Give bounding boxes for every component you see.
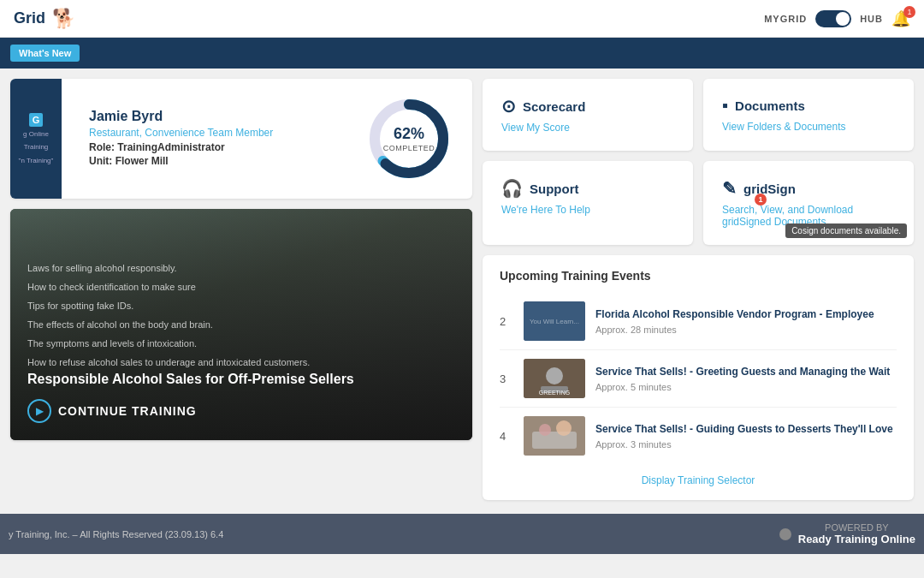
support-subtitle[interactable]: We're Here To Help xyxy=(501,204,674,216)
video-bullets: Laws for selling alcohol responsibly. Ho… xyxy=(27,259,455,372)
bell-badge: 1 xyxy=(903,6,915,18)
header-right: MYGRID HUB 🔔 1 xyxy=(764,9,910,28)
event-2-info: Service That Sells! - Greeting Guests an… xyxy=(595,365,897,392)
event-3-info: Service That Sells! - Guiding Guests to … xyxy=(595,422,897,450)
scorecard-subtitle[interactable]: View My Score xyxy=(501,122,674,134)
donut-label: COMPLETED xyxy=(383,143,435,152)
footer-dot-icon xyxy=(779,528,791,540)
training-events-card: Upcoming Training Events 2 You Will Lear… xyxy=(483,255,914,500)
mygrid-label: MYGRID xyxy=(764,14,807,24)
profile-unit: Unit: Flower Mill xyxy=(89,155,349,167)
gridsign-icon: ✎ xyxy=(722,179,737,198)
continue-label: CONTINUE TRAINING xyxy=(58,404,197,418)
video-overlay: Laws for selling alcohol responsibly. Ho… xyxy=(10,209,472,440)
event-1-number: 2 xyxy=(500,315,513,328)
event-2-thumb: GREETING xyxy=(524,359,585,398)
profile-card: G g Online Training "n Training" Jamie B… xyxy=(10,79,472,199)
event-1-name: Florida Alcohol Responsible Vendor Progr… xyxy=(595,307,897,322)
event-3-duration: Approx. 3 minutes xyxy=(595,439,897,450)
role-value: TrainingAdministrator xyxy=(117,141,224,153)
toggle-knob xyxy=(836,12,850,26)
footer-copyright: y Training, Inc. – All Rights Reserved (… xyxy=(9,529,223,539)
event-1-info: Florida Alcohol Responsible Vendor Progr… xyxy=(595,307,897,335)
bullet-1: Laws for selling alcohol responsibly. xyxy=(27,259,455,277)
footer-brand: Ready Training Online xyxy=(798,533,915,545)
cosign-badge: Cosign documents available. xyxy=(785,223,907,238)
training-event-1[interactable]: 2 You Will Learn... Florida Alcohol Resp… xyxy=(500,293,897,350)
event-1-duration: Approx. 28 minutes xyxy=(595,325,897,335)
video-card: Laws for selling alcohol responsibly. Ho… xyxy=(10,209,472,440)
documents-widget[interactable]: ▪ Documents View Folders & Documents xyxy=(703,79,914,151)
dog-icon: 🐕 xyxy=(52,8,75,30)
svg-point-6 xyxy=(546,367,563,384)
event-1-thumb: You Will Learn... xyxy=(524,301,585,341)
scorecard-icon: ⊙ xyxy=(501,96,516,116)
unit-value: Flower Mill xyxy=(116,155,169,167)
support-title-text: Support xyxy=(530,182,579,196)
footer: y Training, Inc. – All Rights Reserved (… xyxy=(0,514,924,554)
documents-subtitle[interactable]: View Folders & Documents xyxy=(722,121,895,133)
header: Grid 🐕 MYGRID HUB 🔔 1 xyxy=(0,0,924,38)
svg-text:GREETING: GREETING xyxy=(539,390,571,396)
event-3-thumb xyxy=(524,416,585,456)
logo: Grid xyxy=(14,9,45,27)
gridsign-title-text: gridSign xyxy=(743,182,796,196)
nav-bar: What's New xyxy=(0,38,924,69)
logo-sub-text: Training xyxy=(24,143,49,152)
event-2-duration: Approx. 5 minutes xyxy=(595,382,897,392)
documents-title: ▪ Documents xyxy=(722,96,895,116)
footer-inner: y Training, Inc. – All Rights Reserved (… xyxy=(9,522,915,545)
left-column: G g Online Training "n Training" Jamie B… xyxy=(10,79,472,500)
bullet-2: How to check identification to make sure xyxy=(27,277,455,296)
training-event-3[interactable]: 4 Service That Sells! - Guiding Guests t… xyxy=(500,408,897,464)
progress-donut: 62% COMPLETED xyxy=(366,96,452,182)
support-widget[interactable]: 🎧 Support We're Here To Help xyxy=(483,161,693,245)
support-title: 🎧 Support xyxy=(501,178,674,199)
gridsign-widget[interactable]: ✎ 1 gridSign Search, View, and Download … xyxy=(703,161,914,245)
right-column: ⊙ Scorecard View My Score ▪ Documents Vi… xyxy=(483,79,914,500)
training-label: "n Training" xyxy=(19,157,54,164)
footer-powered-text: POWERED BY Ready Training Online xyxy=(798,522,915,545)
profile-info: Jamie Byrd Restaurant, Convenience Team … xyxy=(89,109,349,169)
donut-percent: 62% xyxy=(383,125,435,144)
profile-role: Role: TrainingAdministrator xyxy=(89,141,349,153)
svg-point-12 xyxy=(556,420,572,436)
training-section-title: Upcoming Training Events xyxy=(500,269,897,283)
main-content: G g Online Training "n Training" Jamie B… xyxy=(0,69,924,510)
documents-title-text: Documents xyxy=(735,98,805,113)
svg-text:You Will Learn...: You Will Learn... xyxy=(530,318,579,325)
logo-g: G xyxy=(29,113,44,127)
footer-powered-block: POWERED BY Ready Training Online xyxy=(779,522,915,545)
bullet-4: The effects of alcohol on the body and b… xyxy=(27,315,455,334)
continue-training-button[interactable]: ▶ CONTINUE TRAINING xyxy=(27,399,197,423)
event-2-number: 3 xyxy=(500,372,513,385)
video-title: Responsible Alcohol Sales for Off-Premis… xyxy=(27,372,455,387)
scorecard-title: ⊙ Scorecard xyxy=(501,96,674,116)
display-training-selector[interactable]: Display Training Selector xyxy=(500,474,897,486)
event-2-name: Service That Sells! - Greeting Guests an… xyxy=(595,365,897,379)
gridsign-icon-wrap: ✎ 1 xyxy=(722,178,737,199)
event-3-number: 4 xyxy=(500,430,513,443)
company-logo-side: G g Online Training "n Training" xyxy=(10,79,62,199)
bullet-6: How to refuse alcohol sales to underage … xyxy=(27,353,455,372)
gridsign-badge: 1 xyxy=(755,194,767,206)
role-label: Role: xyxy=(89,141,115,153)
scorecard-widget[interactable]: ⊙ Scorecard View My Score xyxy=(483,79,693,151)
scorecard-title-text: Scorecard xyxy=(523,99,585,114)
event-3-name: Service That Sells! - Guiding Guests to … xyxy=(595,422,897,437)
bullet-3: Tips for spotting fake IDs. xyxy=(27,296,455,315)
unit-label: Unit: xyxy=(89,155,112,167)
hub-label: HUB xyxy=(860,14,883,24)
training-event-2[interactable]: 3 GREETING Service That Sells! - Greetin… xyxy=(500,350,897,408)
donut-center: 62% COMPLETED xyxy=(383,125,435,152)
logo-side-text: g Online xyxy=(23,130,49,139)
bullet-5: The symptoms and levels of intoxication. xyxy=(27,334,455,353)
svg-point-11 xyxy=(539,424,551,436)
whats-new-button[interactable]: What's New xyxy=(10,45,80,62)
svg-rect-10 xyxy=(532,432,577,449)
profile-team: Restaurant, Convenience Team Member xyxy=(89,127,349,139)
mygrid-hub-toggle[interactable] xyxy=(815,10,851,27)
widget-grid: ⊙ Scorecard View My Score ▪ Documents Vi… xyxy=(483,79,914,245)
gridsign-title: ✎ 1 gridSign xyxy=(722,178,895,199)
header-left: Grid 🐕 xyxy=(14,8,75,30)
